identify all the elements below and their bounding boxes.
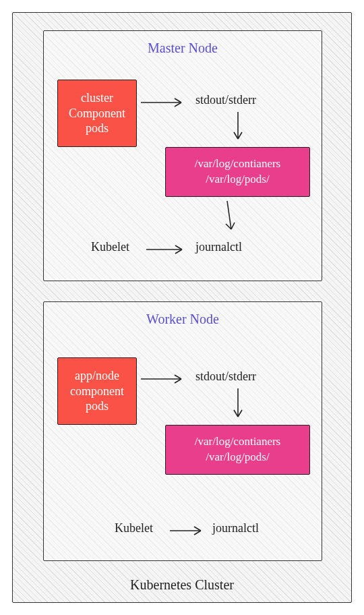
worker-pod-text3: pods <box>86 399 109 414</box>
arrow-master-kubelet-to-journal <box>145 244 192 258</box>
svg-line-2 <box>227 201 231 229</box>
arrow-worker-stdout-to-log <box>231 387 251 423</box>
master-log-text2: /var/log/pods/ <box>206 172 269 187</box>
worker-stdout-label: stdout/stderr <box>195 370 256 384</box>
worker-kubelet-label: Kubelet <box>115 521 153 535</box>
worker-pod-text1: app/node <box>75 368 119 384</box>
arrow-worker-pod-to-stdout <box>140 374 193 387</box>
master-kubelet-label: Kubelet <box>91 240 129 254</box>
master-node-title: Master Node <box>148 40 218 56</box>
master-pod-text3: pods <box>86 121 109 136</box>
worker-journalctl-label: journalctl <box>212 521 259 535</box>
arrow-master-pod-to-stdout <box>140 97 193 111</box>
master-log-box: /var/log/contianers /var/log/pods/ <box>165 147 310 197</box>
arrow-worker-kubelet-to-journal <box>169 525 210 539</box>
diagram-canvas: Kubernetes Cluster Master Node cluster C… <box>0 0 364 615</box>
master-pod-text2: Component <box>69 106 125 121</box>
arrow-master-stdout-to-log <box>231 111 251 146</box>
master-pod-text1: cluster <box>81 90 113 106</box>
arrow-master-log-to-journal <box>218 200 245 237</box>
worker-pod-text2: component <box>70 384 124 399</box>
cluster-label: Kubernetes Cluster <box>130 577 234 593</box>
master-node-box: Master Node cluster Component pods stdou… <box>43 30 322 281</box>
worker-log-text2: /var/log/pods/ <box>206 450 269 465</box>
master-journalctl-label: journalctl <box>195 240 242 254</box>
worker-pod-box: app/node component pods <box>57 357 137 425</box>
master-log-text1: /var/log/contianers <box>195 156 280 172</box>
worker-log-text1: /var/log/contianers <box>195 434 280 450</box>
worker-log-box: /var/log/contianers /var/log/pods/ <box>165 425 310 475</box>
worker-node-title: Worker Node <box>146 312 219 327</box>
master-stdout-label: stdout/stderr <box>195 93 256 107</box>
master-pod-box: cluster Component pods <box>57 80 137 147</box>
cluster-box: Kubernetes Cluster Master Node cluster C… <box>12 12 352 603</box>
worker-node-box: Worker Node app/node component pods stdo… <box>43 301 322 561</box>
